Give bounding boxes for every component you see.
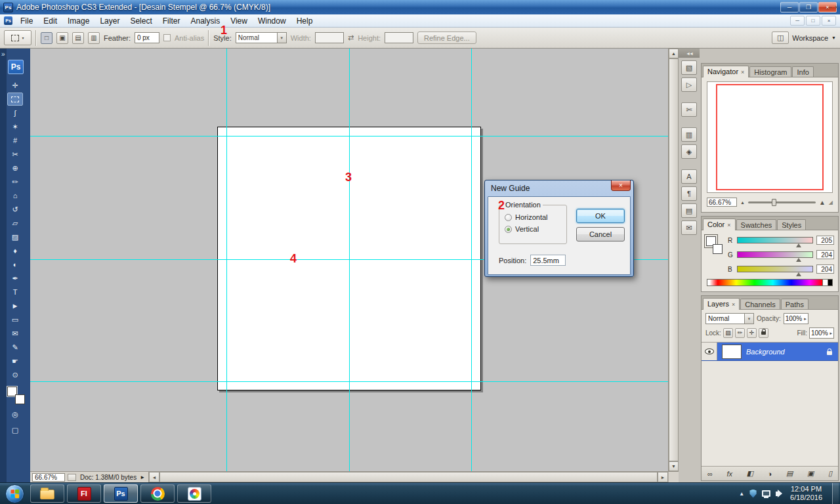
spectrum-bw-swatches[interactable] — [822, 279, 833, 286]
taskbar-button-photo-editor[interactable] — [177, 484, 211, 503]
status-flyout-icon[interactable]: ► — [140, 474, 145, 480]
menu-help[interactable]: Help — [291, 15, 318, 27]
shape-tool[interactable]: ▭ — [7, 313, 23, 326]
brushes-panel-button[interactable]: ▧ — [681, 60, 697, 75]
visibility-cell[interactable] — [702, 343, 717, 360]
layer-style-icon[interactable]: fx — [726, 470, 732, 478]
rectangular-marquee-tool[interactable] — [7, 93, 23, 106]
scroll-left-icon[interactable]: ◄ — [149, 472, 159, 482]
width-input[interactable] — [315, 32, 344, 43]
tab-layers[interactable]: Layers× — [703, 298, 740, 310]
info-panel-button[interactable]: ◈ — [681, 144, 697, 159]
tab-navigator[interactable]: Navigator× — [703, 66, 749, 77]
menu-select[interactable]: Select — [125, 15, 157, 27]
menu-image[interactable]: Image — [62, 15, 94, 27]
layer-thumbnail[interactable] — [722, 345, 742, 359]
tab-histogram[interactable]: Histogram — [749, 66, 791, 77]
ok-button[interactable]: OK — [576, 209, 625, 223]
dialog-close-button[interactable]: × — [611, 180, 631, 191]
hand-tool[interactable]: ☛ — [7, 354, 23, 368]
window-titlebar[interactable]: Ps Adobe Photoshop CS3 Extended - [Desai… — [0, 0, 840, 14]
lock-all-button[interactable] — [759, 328, 768, 338]
cancel-button[interactable]: Cancel — [576, 227, 625, 242]
style-select[interactable]: Normal ▼ — [236, 32, 287, 43]
menu-filter[interactable]: Filter — [158, 15, 186, 27]
taskbar-button-photoshop[interactable]: Ps — [104, 484, 138, 503]
tab-close-icon[interactable]: × — [732, 301, 735, 308]
refine-edge-button[interactable]: Refine Edge... — [417, 32, 476, 44]
navigator-zoom-slider[interactable] — [748, 201, 816, 203]
start-button[interactable] — [5, 484, 24, 503]
taskbar-button-flash[interactable]: Fl — [67, 484, 101, 503]
swap-width-height-icon[interactable]: ⇄ — [348, 33, 354, 42]
navigator-preview[interactable] — [707, 81, 833, 193]
zoom-slider-thumb[interactable] — [772, 199, 776, 206]
tab-swatches[interactable]: Swatches — [736, 219, 777, 230]
minimize-button[interactable]: ─ — [780, 2, 799, 12]
add-selection-mode-button[interactable]: ▣ — [56, 32, 68, 44]
position-input[interactable]: 25.5mm — [530, 255, 566, 266]
zoom-out-icon[interactable]: ▲ — [740, 200, 745, 205]
toolbox-expand-icon[interactable]: » — [0, 49, 30, 58]
clone-stamp-tool[interactable]: ⌂ — [7, 189, 23, 202]
opacity-input[interactable]: 100% ▸ — [784, 313, 808, 324]
tab-info[interactable]: Info — [792, 66, 813, 77]
opacity-spin-icon[interactable]: ▸ — [804, 316, 807, 322]
show-desktop-button[interactable] — [832, 483, 839, 504]
notes-panel-button[interactable]: ✉ — [681, 220, 697, 235]
tool-presets-panel-button[interactable]: ▷ — [681, 77, 697, 92]
healing-brush-tool[interactable]: ⊕ — [7, 161, 23, 175]
channel-slider-r[interactable] — [737, 237, 813, 243]
eye-icon[interactable] — [705, 348, 714, 354]
delete-layer-icon[interactable]: ▯ — [828, 469, 832, 478]
zoom-tool[interactable]: ⊙ — [7, 368, 23, 381]
zoom-in-icon[interactable]: ▲ — [819, 199, 826, 206]
intersect-selection-mode-button[interactable]: ▥ — [88, 32, 100, 44]
clone-source-panel-button[interactable]: ✄ — [681, 102, 697, 117]
doc-close-button[interactable]: × — [822, 16, 836, 26]
subtract-selection-mode-button[interactable]: ▤ — [72, 32, 84, 44]
eyedropper-tool[interactable]: ✎ — [7, 341, 23, 354]
panel-close-icon[interactable]: × — [835, 4, 838, 10]
horizontal-scroll-thumb[interactable] — [159, 472, 658, 482]
zoom-level-field[interactable]: 66.67% — [32, 473, 65, 482]
style-dropdown-icon[interactable]: ▼ — [277, 33, 286, 43]
screen-mode-button[interactable]: ▢ — [7, 423, 23, 436]
vertical-scrollbar[interactable]: ▲ ▼ — [668, 49, 679, 471]
maximize-button[interactable]: ❐ — [799, 2, 818, 12]
new-layer-icon[interactable]: ▣ — [807, 469, 814, 478]
panel-minimize-icon[interactable]: − — [828, 4, 831, 10]
background-color-well[interactable] — [713, 244, 723, 254]
feather-input[interactable]: 0 px — [135, 32, 159, 43]
menu-file[interactable]: File — [15, 15, 38, 27]
histogram-panel-button[interactable]: ▥ — [681, 127, 697, 142]
taskbar-button-chrome[interactable] — [140, 484, 175, 503]
doc-minimize-button[interactable]: ─ — [790, 16, 805, 26]
slice-tool[interactable]: ✂ — [7, 148, 23, 161]
new-adjustment-layer-icon[interactable]: ◑ — [768, 470, 772, 478]
notes-tool[interactable]: ✉ — [7, 327, 23, 340]
layer-comps-panel-button[interactable]: ▤ — [681, 203, 697, 218]
scroll-right-icon[interactable]: ► — [658, 472, 668, 482]
panel-resize-icon[interactable]: ◢ — [829, 200, 833, 205]
eraser-tool[interactable]: ▱ — [7, 217, 23, 230]
volume-icon[interactable] — [776, 492, 778, 496]
black-swatch[interactable] — [828, 280, 833, 285]
network-icon[interactable] — [762, 490, 770, 497]
radio-option-vertical[interactable]: Vertical — [505, 225, 548, 233]
quick-selection-tool[interactable]: ✶ — [7, 120, 23, 133]
dialog-titlebar[interactable]: New Guide × — [488, 180, 631, 196]
menu-window[interactable]: Window — [253, 15, 291, 27]
new-group-icon[interactable]: ▤ — [786, 469, 793, 478]
tab-styles[interactable]: Styles — [777, 219, 806, 230]
anti-alias-checkbox[interactable] — [163, 34, 171, 41]
scroll-down-icon[interactable]: ▼ — [669, 461, 679, 471]
lock-image-pixels-button[interactable]: ✏ — [735, 328, 745, 338]
new-selection-mode-button[interactable]: □ — [41, 32, 52, 44]
dock-collapse-icon[interactable]: ◄◄ — [679, 49, 700, 58]
lock-position-button[interactable]: ✛ — [747, 328, 757, 338]
paragraph-panel-button[interactable]: ¶ — [681, 186, 697, 201]
scroll-up-icon[interactable]: ▲ — [669, 49, 679, 58]
tool-preset-picker[interactable]: ▾ — [4, 30, 32, 45]
path-selection-tool[interactable]: ► — [7, 299, 23, 312]
